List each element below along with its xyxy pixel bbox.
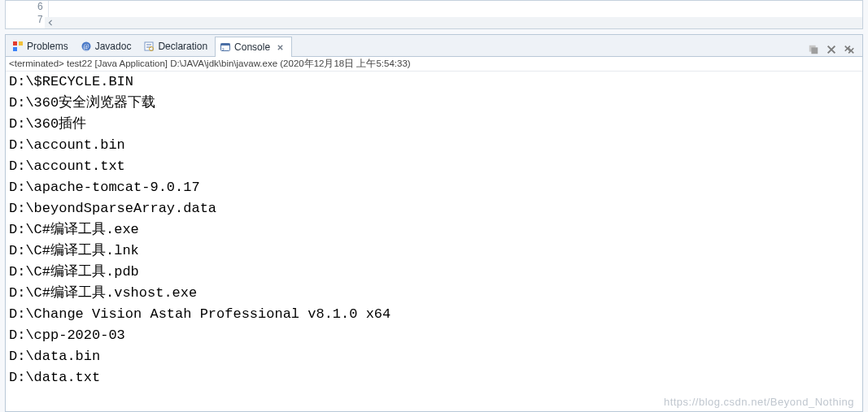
console-line: D:\C#编译工具.vshost.exe	[9, 283, 859, 304]
close-icon[interactable]	[275, 42, 285, 52]
tab-label: Problems	[27, 41, 68, 52]
console-line: D:\$RECYCLE.BIN	[9, 72, 859, 93]
console-line: D:\account.txt	[9, 156, 859, 177]
editor-horizontal-scrollbar[interactable]	[45, 17, 862, 28]
svg-rect-5	[145, 42, 153, 50]
views-tab-bar: Problems @ Javadoc	[6, 35, 862, 57]
console-line: D:\cpp-2020-03	[9, 325, 859, 346]
svg-text:@: @	[83, 43, 89, 50]
console-line: D:\account.bin	[9, 135, 859, 156]
tab-javadoc[interactable]: @ Javadoc	[76, 36, 139, 56]
svg-rect-10	[811, 47, 818, 54]
tab-console[interactable]: Console	[215, 37, 292, 57]
watermark-text: https://blog.csdn.net/Beyond_Nothing	[664, 396, 854, 408]
problems-icon	[12, 41, 24, 52]
console-line: D:\C#编译工具.exe	[9, 219, 859, 241]
line-number: 6	[37, 1, 43, 14]
console-line: D:\beyondSparseArray.data	[9, 198, 859, 219]
tab-declaration[interactable]: Declaration	[138, 36, 215, 56]
remove-launch-icon[interactable]	[825, 43, 838, 56]
tab-label: Console	[234, 41, 270, 53]
editor-gutter: 6 7	[6, 1, 49, 28]
scroll-left-icon[interactable]	[45, 17, 56, 28]
svg-rect-1	[19, 41, 23, 46]
console-line: D:\Change Vision Astah Professional v8.1…	[9, 304, 859, 325]
console-line: D:\360安全浏览器下载	[9, 93, 859, 114]
console-line: D:\C#编译工具.pdb	[9, 262, 859, 283]
console-icon	[220, 41, 231, 53]
editor-area: 6 7	[5, 0, 863, 29]
line-number: 7	[37, 14, 43, 27]
svg-rect-0	[13, 41, 17, 46]
console-line: D:\apache-tomcat-9.0.17	[9, 177, 859, 198]
svg-rect-2	[13, 47, 17, 51]
console-launch-header: <terminated> test22 [Java Application] D…	[6, 57, 862, 72]
remove-all-terminated-icon[interactable]	[807, 43, 820, 56]
tab-problems[interactable]: Problems	[7, 36, 76, 56]
remove-all-launches-icon[interactable]	[843, 43, 856, 56]
tab-label: Declaration	[158, 41, 207, 52]
bottom-views-panel: Problems @ Javadoc	[5, 34, 863, 412]
console-line: D:\data.txt	[9, 367, 859, 388]
declaration-icon	[143, 41, 155, 52]
tab-label: Javadoc	[95, 41, 132, 52]
console-launch-text: <terminated> test22 [Java Application] D…	[9, 59, 411, 68]
console-line: D:\data.bin	[9, 346, 859, 367]
svg-rect-8	[221, 44, 230, 46]
javadoc-icon: @	[81, 41, 92, 52]
console-output[interactable]: D:\$RECYCLE.BIN D:\360安全浏览器下载 D:\360插件 D…	[6, 72, 862, 411]
console-line: D:\360插件	[9, 114, 859, 135]
console-line: D:\C#编译工具.lnk	[9, 241, 859, 262]
